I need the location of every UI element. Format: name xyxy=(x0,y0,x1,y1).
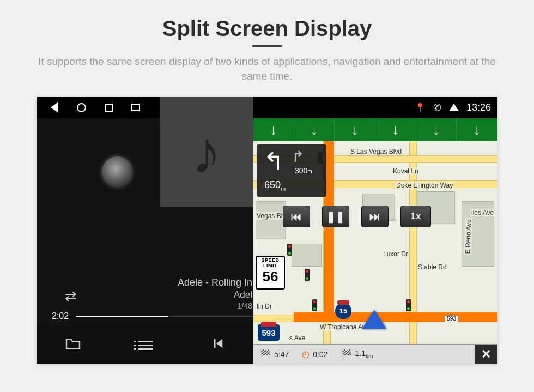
map-building xyxy=(292,244,322,267)
player-bottom-bar xyxy=(37,327,253,364)
street-label: iles Ave xyxy=(470,209,495,216)
wifi-icon xyxy=(449,104,459,111)
shuffle-icon[interactable]: ⇄ xyxy=(65,288,77,305)
exit-tag: 593 xyxy=(445,315,458,322)
folder-button[interactable] xyxy=(65,337,81,354)
lane-arrow-icon: ↓ xyxy=(311,122,318,138)
track-index: 1/48 xyxy=(178,301,252,310)
recents-icon[interactable] xyxy=(105,104,113,112)
nav-bottom-bar: 🏁 5:47 ◴ 0:02 🏁 1.1km ✕ xyxy=(253,344,497,364)
flag-icon: 🏁 xyxy=(341,349,352,359)
music-player-pane: ♪ ⇄ Adele - Rolling In Adel 1/48 2:02 xyxy=(37,97,253,364)
lane-arrow-icon: ↓ xyxy=(474,122,481,138)
nav-next-button[interactable]: ⏭ xyxy=(361,206,389,227)
playlist-button[interactable] xyxy=(138,341,153,350)
traffic-light-icon xyxy=(287,244,292,256)
turn-left-icon: ↰ xyxy=(263,149,284,174)
progress-bar[interactable] xyxy=(76,316,253,317)
nav-speed-button[interactable]: 1x xyxy=(400,206,431,227)
turn-instruction: ↰ ↱ 300m 650m xyxy=(257,144,326,197)
speed-limit-sign: SPEED LIMIT 56 xyxy=(256,256,285,290)
lane-arrow-icon: ↓ xyxy=(351,122,359,138)
track-artist: Adel xyxy=(178,290,252,300)
nav-playback-controls: ⏮ ❚❚ ⏭ 1x xyxy=(283,206,431,227)
visualizer-dot xyxy=(102,156,132,187)
speed-value: 56 xyxy=(257,269,284,284)
clock: 13:26 xyxy=(466,102,491,113)
album-art-placeholder: ♪ xyxy=(160,97,253,207)
traffic-light-icon xyxy=(406,299,411,311)
music-note-icon: ♪ xyxy=(192,117,222,186)
turn-next-icon: ↱ xyxy=(292,148,304,166)
interstate-shield: 15 xyxy=(335,303,351,319)
highway-shield: 593 xyxy=(258,324,280,341)
lane-arrow-icon: ↓ xyxy=(270,122,277,138)
navigation-pane: 📍 ✆ 13:26 ↓ ↓ ↓ ↓ ↓ ↓ xyxy=(253,97,497,364)
screenshot-icon[interactable] xyxy=(131,104,140,111)
traffic-light-icon xyxy=(312,299,317,311)
flag-icon: 🏁 xyxy=(260,349,271,359)
page-subtitle: It supports the same screen display of t… xyxy=(27,55,507,83)
route-line xyxy=(294,312,497,322)
street-label: E Reno Ave xyxy=(464,218,472,255)
street-label: Stable Rd xyxy=(417,263,448,271)
speed-label: LIMIT xyxy=(257,263,284,268)
street-label: lin Dr xyxy=(256,303,273,310)
close-nav-button[interactable]: ✕ xyxy=(475,345,497,364)
home-icon[interactable] xyxy=(77,103,86,112)
progress-row: 2:02 xyxy=(52,311,253,321)
player-body: ♪ ⇄ Adele - Rolling In Adel 1/48 2:02 xyxy=(37,118,253,364)
track-info: Adele - Rolling In Adel 1/48 xyxy=(178,277,252,310)
back-icon[interactable] xyxy=(51,102,58,113)
device-frame: ♪ ⇄ Adele - Rolling In Adel 1/48 2:02 xyxy=(37,97,497,364)
title-divider xyxy=(252,45,282,47)
location-icon: 📍 xyxy=(415,102,426,113)
turn-total-distance: 650m xyxy=(264,179,286,192)
street-label: S Las Vegas Blvd xyxy=(349,148,403,155)
street-label: Koval Ln xyxy=(392,167,420,175)
status-bar: 📍 ✆ 13:26 xyxy=(253,97,497,118)
phone-icon: ✆ xyxy=(432,101,442,114)
track-title: Adele - Rolling In xyxy=(178,277,252,288)
nav-pause-button[interactable]: ❚❚ xyxy=(322,206,349,227)
eta-duration: ◴ 0:02 xyxy=(295,349,334,359)
eta-time: 🏁 5:47 xyxy=(253,349,295,359)
turn-next-distance: 300m xyxy=(295,166,312,175)
street-label: s Ave xyxy=(288,334,306,342)
clock-icon: ◴ xyxy=(302,349,310,359)
current-position-icon xyxy=(362,310,386,329)
eta-distance: 🏁 1.1km xyxy=(335,349,380,359)
nav-prev-button[interactable]: ⏮ xyxy=(283,206,310,227)
street-label: Duke Ellington Way xyxy=(395,182,454,189)
map-building xyxy=(256,201,286,239)
previous-track-button[interactable] xyxy=(210,336,225,355)
lane-arrow-icon: ↓ xyxy=(433,122,440,138)
map-canvas[interactable]: S Las Vegas Blvd Koval Ln Duke Ellington… xyxy=(253,141,497,344)
traffic-light-icon xyxy=(305,269,310,281)
lane-guidance: ↓ ↓ ↓ ↓ ↓ ↓ xyxy=(253,118,497,141)
elapsed-time: 2:02 xyxy=(52,311,69,321)
street-label: Luxor Dr xyxy=(382,250,409,258)
page-title: Split Screen Display xyxy=(0,16,534,41)
lane-arrow-icon: ↓ xyxy=(392,122,399,138)
